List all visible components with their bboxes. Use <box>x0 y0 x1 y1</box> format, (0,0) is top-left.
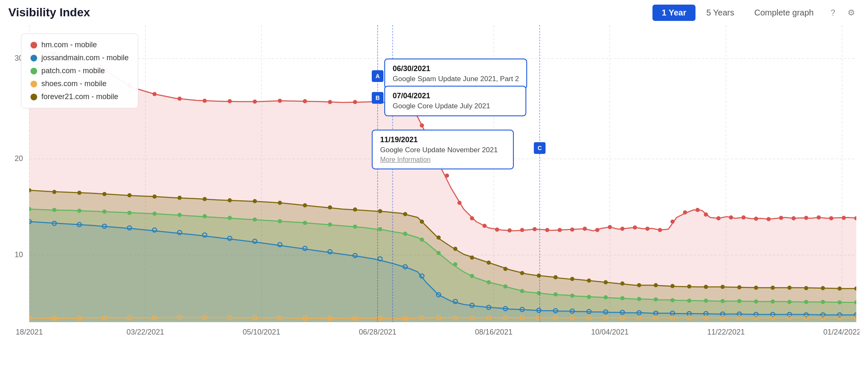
svg-point-59 <box>779 216 783 220</box>
svg-point-50 <box>670 220 675 224</box>
svg-point-102 <box>754 286 758 290</box>
svg-text:08/16/2021: 08/16/2021 <box>475 328 513 336</box>
svg-point-23 <box>278 99 282 103</box>
svg-point-99 <box>704 285 708 289</box>
svg-point-61 <box>804 216 808 220</box>
svg-point-54 <box>716 216 721 220</box>
page-title: Visibility Index <box>8 6 90 19</box>
tooltip-c-link[interactable]: More Information <box>380 156 505 164</box>
svg-text:10: 10 <box>15 250 23 259</box>
svg-point-111 <box>77 209 81 213</box>
svg-point-53 <box>704 212 708 217</box>
svg-point-95 <box>637 283 641 287</box>
legend-label-jossandmain: jossandmain.com - mobile <box>41 54 129 62</box>
five-years-button[interactable]: 5 Years <box>697 5 744 21</box>
event-badge-b[interactable]: B <box>372 92 383 104</box>
svg-point-90 <box>553 275 558 279</box>
svg-point-34 <box>470 216 474 220</box>
legend-label-forever21: forever21.com - mobile <box>41 92 118 101</box>
event-badge-c[interactable]: C <box>534 142 546 154</box>
event-badge-c-label: C <box>538 145 542 151</box>
svg-point-97 <box>670 284 675 288</box>
svg-point-41 <box>558 228 562 232</box>
svg-point-146 <box>771 299 775 304</box>
svg-point-141 <box>687 299 691 303</box>
help-button[interactable]: ? <box>825 4 841 21</box>
svg-point-64 <box>842 216 846 220</box>
svg-text:01/24/2022: 01/24/2022 <box>823 328 860 336</box>
svg-point-55 <box>729 215 733 220</box>
svg-point-70 <box>127 193 132 197</box>
svg-point-113 <box>127 211 132 215</box>
svg-point-110 <box>52 208 56 212</box>
svg-point-148 <box>804 300 808 304</box>
header: Visibility Index 1 Year 5 Years Complete… <box>8 4 860 21</box>
svg-point-38 <box>520 228 524 232</box>
tooltip-b-text: Google Core Update July 2021 <box>393 102 518 110</box>
svg-point-118 <box>253 217 257 222</box>
svg-point-142 <box>704 299 708 303</box>
svg-text:06/28/2021: 06/28/2021 <box>359 328 396 336</box>
legend-dot-shoes <box>30 81 37 87</box>
legend-dot-jossandmain <box>30 55 37 61</box>
svg-point-147 <box>787 300 792 304</box>
svg-point-125 <box>420 238 424 242</box>
svg-point-135 <box>587 295 591 299</box>
legend-item-shoes: shoes.com - mobile <box>30 79 129 88</box>
svg-point-48 <box>645 227 650 231</box>
svg-text:20: 20 <box>15 154 23 163</box>
svg-point-21 <box>228 99 232 103</box>
svg-point-131 <box>520 289 524 293</box>
tooltip-c-text: Google Core Update November 2021 <box>380 146 505 154</box>
svg-point-137 <box>620 296 624 300</box>
svg-point-105 <box>804 286 808 290</box>
svg-point-45 <box>608 225 612 229</box>
event-badge-a[interactable]: A <box>372 70 383 82</box>
svg-point-81 <box>403 212 407 216</box>
svg-text:03/22/2021: 03/22/2021 <box>127 328 164 336</box>
svg-point-117 <box>228 216 232 220</box>
svg-point-72 <box>178 196 182 200</box>
svg-point-98 <box>687 284 691 289</box>
legend-dot-hm <box>30 42 37 49</box>
legend-label-shoes: shoes.com - mobile <box>41 79 107 88</box>
svg-point-107 <box>838 286 842 291</box>
svg-point-108 <box>854 286 858 291</box>
tooltip-a-date: 06/30/2021 <box>393 64 519 73</box>
svg-point-127 <box>453 262 457 266</box>
chart-area: 30 20 10 18/2021 03/22/2021 05/10/2021 0… <box>8 25 860 343</box>
svg-point-24 <box>303 99 307 103</box>
svg-point-92 <box>587 279 591 283</box>
complete-graph-button[interactable]: Complete graph <box>745 5 823 21</box>
svg-point-87 <box>503 267 508 271</box>
svg-point-109 <box>27 207 31 211</box>
svg-point-35 <box>482 224 487 228</box>
svg-point-32 <box>445 174 449 178</box>
svg-point-89 <box>537 273 541 278</box>
event-badge-a-label: A <box>376 73 380 79</box>
svg-point-112 <box>102 210 107 214</box>
svg-point-145 <box>754 299 758 304</box>
svg-point-33 <box>457 201 462 205</box>
svg-point-52 <box>695 208 700 212</box>
svg-point-134 <box>570 294 574 298</box>
svg-point-80 <box>378 209 382 213</box>
svg-point-144 <box>737 299 741 303</box>
svg-point-132 <box>537 291 541 295</box>
svg-point-126 <box>437 251 441 255</box>
one-year-button[interactable]: 1 Year <box>652 5 695 21</box>
legend-item-jossandmain: jossandmain.com - mobile <box>30 54 129 62</box>
svg-point-26 <box>353 100 357 104</box>
tooltip-c-date: 11/19/2021 <box>380 135 505 144</box>
svg-point-62 <box>817 215 821 220</box>
svg-point-93 <box>604 280 608 284</box>
settings-button[interactable]: ⚙ <box>843 4 860 21</box>
svg-point-84 <box>453 247 457 251</box>
svg-point-100 <box>721 285 725 289</box>
event-badge-b-label: B <box>376 95 380 101</box>
svg-point-104 <box>787 286 792 290</box>
svg-point-36 <box>495 227 499 232</box>
svg-point-74 <box>228 198 232 202</box>
svg-point-119 <box>278 219 282 223</box>
page-container: Visibility Index 1 Year 5 Years Complete… <box>0 0 868 368</box>
